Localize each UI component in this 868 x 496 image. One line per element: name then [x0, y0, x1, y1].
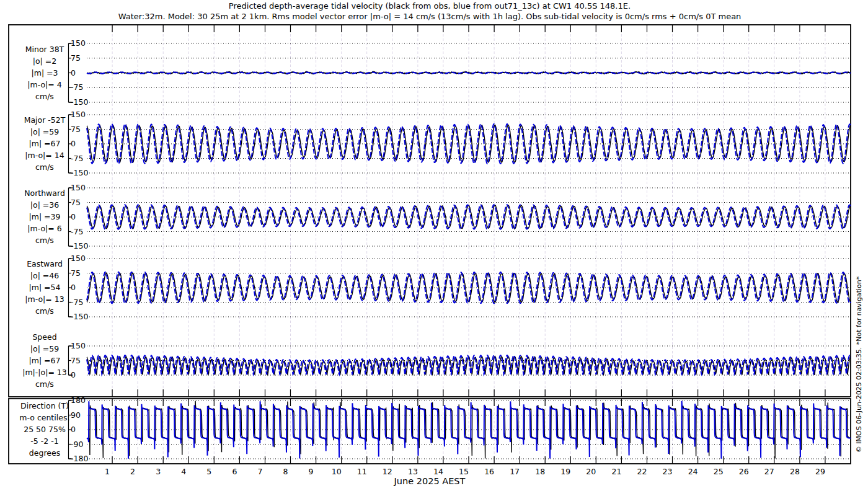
- ytick-label: 150: [71, 254, 86, 263]
- panel-label-major-line3: |m| =67: [29, 139, 61, 148]
- panel-label-speed-line2: |o| =59: [30, 344, 59, 353]
- panel-label-minor-line2: |o| =2: [33, 56, 56, 66]
- panel-label-eastward-line2: |o| =46: [30, 271, 59, 280]
- figure-container: Predicted depth-average tidal velocity (…: [0, 0, 868, 496]
- ytick-label: -75: [71, 298, 83, 307]
- xtick-label-27: 27: [764, 467, 774, 476]
- ytick-label: 0: [71, 425, 76, 434]
- panel-label-northward-line2: |o| =36: [30, 200, 59, 210]
- panel-label-eastward-line1: Eastward: [27, 259, 63, 268]
- panel-label-direction-line4: -5 -2 -1: [30, 436, 58, 446]
- panel-label-minor-line3: |m| =3: [32, 68, 58, 78]
- xtick-label-4: 4: [181, 467, 186, 476]
- tide-plot-svg: 150750-75-150Minor 38T|o| =2|m| =3|m-o|=…: [0, 0, 868, 496]
- xtick-labels: 1234567891011121314151617181920212223242…: [105, 467, 825, 476]
- xtick-label-16: 16: [484, 467, 494, 476]
- xtick-label-23: 23: [663, 467, 673, 476]
- panel-label-speed-line5: cm/s: [35, 379, 54, 389]
- xtick-label-20: 20: [586, 467, 596, 476]
- panel-label-speed-line4: |m|-|o|= 13: [22, 368, 67, 377]
- xtick-label-13: 13: [408, 467, 418, 476]
- ytick-label: 150: [71, 110, 86, 119]
- ytick-label: 75: [71, 198, 81, 207]
- xtick-label-6: 6: [232, 467, 237, 476]
- panel-label-minor-line4: |m-o|= 4: [27, 80, 61, 89]
- ytick-label: 150: [71, 38, 86, 48]
- day-gridlines-box2: [112, 399, 825, 463]
- ytick-label: 75: [71, 268, 81, 278]
- panel-label-minor-line1: Minor 38T: [25, 45, 64, 54]
- panel-label-direction-line5: degrees: [29, 448, 60, 458]
- xtick-label-24: 24: [688, 467, 698, 476]
- watermark-text: © IMOS 06-Jun-2025 02:03:35. *Not for na…: [855, 277, 863, 453]
- panel-label-eastward-line3: |m| =54: [29, 283, 61, 292]
- xtick-label-1: 1: [105, 467, 110, 476]
- xtick-label-18: 18: [535, 467, 545, 476]
- panel-label-speed-line1: Speed: [32, 332, 56, 342]
- panel-label-direction-line3: 25 50 75%: [24, 425, 66, 434]
- xtick-label-19: 19: [560, 467, 570, 476]
- ytick-label: -75: [71, 82, 83, 92]
- ytick-label: 90: [71, 410, 81, 420]
- xtick-label-14: 14: [433, 467, 443, 476]
- xtick-label-8: 8: [283, 467, 288, 476]
- panel-label-major-line5: cm/s: [35, 162, 54, 172]
- ytick-label: 0: [71, 283, 76, 292]
- ytick-label: -150: [71, 168, 88, 177]
- panel-label-northward-line1: Northward: [24, 188, 65, 198]
- panel-label-major-line4: |m-o|= 14: [25, 151, 64, 160]
- panel-label-major-line1: Major -52T: [24, 115, 66, 125]
- xtick-label-2: 2: [130, 467, 135, 476]
- ytick-label: 150: [71, 341, 86, 350]
- xtick-label-9: 9: [309, 467, 314, 476]
- xtick-label-7: 7: [258, 467, 263, 476]
- ytick-label: -150: [71, 97, 88, 107]
- ytick-label: -180: [71, 454, 88, 463]
- ytick-label: 0: [71, 68, 76, 78]
- ytick-label: -150: [71, 312, 88, 321]
- xtick-label-21: 21: [611, 467, 621, 476]
- ytick-label: 75: [71, 356, 81, 365]
- ytick-label: 0: [71, 212, 76, 221]
- ytick-label: 150: [71, 183, 86, 192]
- panel-label-direction-line1: Direction (T): [20, 401, 69, 410]
- panel-label-eastward-line5: cm/s: [35, 306, 54, 316]
- ytick-label: 75: [71, 53, 81, 63]
- x-axis-label: June 2025 AEST: [9, 476, 851, 486]
- xtick-label-29: 29: [815, 467, 825, 476]
- xtick-label-5: 5: [206, 467, 211, 476]
- panel-label-major-line2: |o| =59: [30, 127, 59, 136]
- xtick-label-10: 10: [332, 467, 342, 476]
- xtick-label-17: 17: [510, 467, 520, 476]
- panel-label-northward-line3: |m| =39: [29, 212, 61, 221]
- ytick-label: -75: [71, 154, 83, 163]
- panel-label-direction-line2: m-o centiles:: [19, 413, 69, 422]
- xtick-label-11: 11: [357, 467, 367, 476]
- panel-label-minor-line5: cm/s: [35, 92, 54, 101]
- xtick-label-26: 26: [739, 467, 749, 476]
- ytick-label: -75: [71, 227, 83, 236]
- ytick-label: 75: [71, 125, 81, 134]
- panel-label-eastward-line4: |m-o|= 13: [25, 294, 64, 304]
- xtick-label-15: 15: [459, 467, 469, 476]
- ytick-label: -90: [71, 440, 83, 449]
- series-minor: [87, 72, 851, 74]
- ytick-label: 0: [71, 139, 76, 148]
- panel-label-northward-line4: |m-o|= 6: [27, 224, 61, 233]
- panel-direction: 180900-90-180Direction (T)m-o centiles:2…: [19, 396, 851, 463]
- xtick-label-3: 3: [156, 467, 161, 476]
- xtick-label-22: 22: [637, 467, 647, 476]
- panel-label-northward-line5: cm/s: [35, 236, 54, 245]
- panel-label-speed-line3: |m| =67: [29, 356, 61, 365]
- xtick-label-28: 28: [790, 467, 800, 476]
- xtick-label-12: 12: [383, 467, 392, 476]
- xtick-label-25: 25: [714, 467, 724, 476]
- ytick-label: -150: [71, 241, 88, 250]
